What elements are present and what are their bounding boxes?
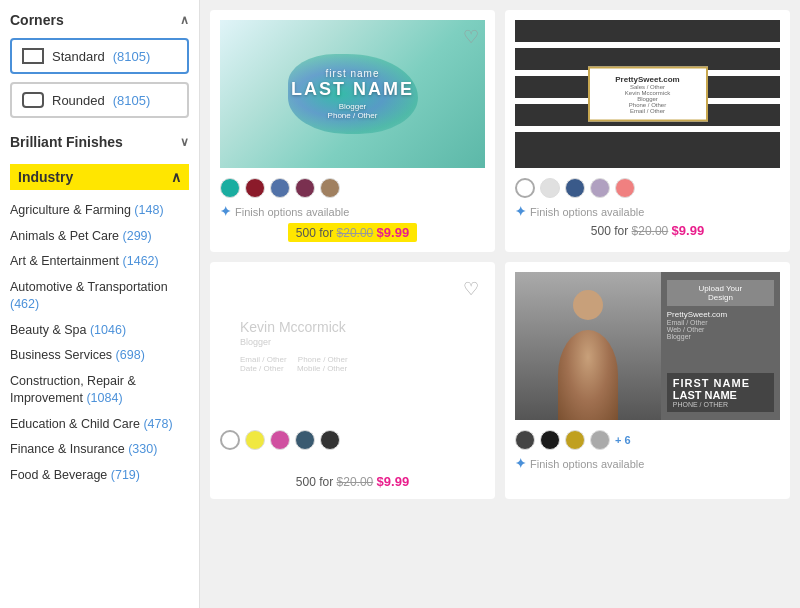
industry-list-item[interactable]: Automotive & Transportation (462): [10, 275, 189, 318]
card-4-web: Web / Other: [667, 326, 774, 333]
card-1-lastname: LAST NAME: [291, 79, 414, 100]
rounded-corner-option[interactable]: Rounded (8105): [10, 82, 189, 118]
card-4-bottom: FIRST NAME LAST NAME PHONE / OTHER: [667, 373, 774, 412]
swatch[interactable]: [565, 430, 585, 450]
industry-list-item[interactable]: Construction, Repair & Improvement (1084…: [10, 369, 189, 412]
card-1-text: first name LAST NAME BloggerPhone / Othe…: [291, 68, 414, 120]
card-4-upload-box: Upload YourDesign: [667, 280, 774, 306]
swatch[interactable]: [615, 178, 635, 198]
card-2-pricing: 500 for $20.00 $9.99: [515, 223, 780, 238]
industry-list-item[interactable]: Education & Child Care (478): [10, 412, 189, 438]
swatch[interactable]: [270, 430, 290, 450]
card-3-content: Kevin Mccormick Blogger Email / Other Ph…: [240, 319, 348, 373]
card-2-sale: $9.99: [672, 223, 705, 238]
corners-header[interactable]: Corners ∧: [10, 12, 189, 28]
industry-count: (462): [10, 297, 39, 311]
swatch-plus: + 6: [615, 434, 631, 446]
card-2-finish-text: Finish options available: [530, 206, 644, 218]
card-4-email: Email / Other: [667, 319, 774, 326]
rounded-corner-icon: [22, 92, 44, 108]
industry-list-item[interactable]: Business Services (698): [10, 343, 189, 369]
rounded-corner-label: Rounded: [52, 93, 105, 108]
swatch[interactable]: [565, 178, 585, 198]
industry-header[interactable]: Industry ∧: [10, 164, 189, 190]
swatch[interactable]: [320, 178, 340, 198]
swatch[interactable]: [540, 430, 560, 450]
card-4-phone: PHONE / OTHER: [673, 401, 768, 408]
card-2-box: PrettySweet.com Sales / Other Kevin Mcco…: [588, 67, 708, 122]
industry-list-item[interactable]: Food & Beverage (719): [10, 463, 189, 489]
card-4-image: Upload YourDesign PrettySweet.com Email …: [515, 272, 780, 420]
industry-count: (1084): [86, 391, 122, 405]
card-1-sale-price: $9.99: [377, 225, 410, 240]
brilliant-finishes-chevron: ∨: [180, 135, 189, 149]
card-4-right: Upload YourDesign PrettySweet.com Email …: [661, 272, 780, 420]
industry-list: Agriculture & Farming (148)Animals & Pet…: [10, 198, 189, 488]
card-2-bg: PrettySweet.com Sales / Other Kevin Mcco…: [515, 20, 780, 168]
card-3-image: ♡ Kevin Mccormick Blogger Email / Other …: [220, 272, 485, 420]
swatch[interactable]: [245, 430, 265, 450]
cards-grid: ♡ first name LAST NAME BloggerPhone / Ot…: [210, 10, 790, 499]
swatch[interactable]: [590, 430, 610, 450]
swatch[interactable]: [515, 430, 535, 450]
card-4-head: [573, 290, 603, 320]
card-2-image: PrettySweet.com Sales / Other Kevin Mcco…: [515, 20, 780, 168]
card-1-pricing: 500 for $20.00 $9.99: [220, 223, 485, 242]
industry-count: (1046): [90, 323, 126, 337]
swatch-outline[interactable]: [515, 178, 535, 198]
card-4-person: [558, 330, 618, 420]
swatch[interactable]: [245, 178, 265, 198]
card-1-swatches: [220, 178, 485, 198]
swatch[interactable]: [590, 178, 610, 198]
card-1-finish-label: ✦ Finish options available: [220, 204, 485, 219]
brilliant-finishes-label: Brilliant Finishes: [10, 134, 123, 150]
card-3-pricing: 500 for $20.00 $9.99: [220, 474, 485, 489]
card-2-finish-label: ✦ Finish options available: [515, 204, 780, 219]
swatch[interactable]: [220, 178, 240, 198]
card-1-heart[interactable]: ♡: [463, 26, 479, 48]
card-4-finish-text: Finish options available: [530, 458, 644, 470]
stripe-bottom: [515, 146, 780, 168]
standard-corner-label: Standard: [52, 49, 105, 64]
card-4-bg: Upload YourDesign PrettySweet.com Email …: [515, 272, 780, 420]
industry-list-item[interactable]: Beauty & Spa (1046): [10, 318, 189, 344]
industry-chevron: ∧: [171, 169, 181, 185]
industry-list-item[interactable]: Animals & Pet Care (299): [10, 224, 189, 250]
card-2-site: PrettySweet.com: [604, 75, 692, 84]
swatch[interactable]: [540, 178, 560, 198]
swatch-outline[interactable]: [220, 430, 240, 450]
card-3: ♡ Kevin Mccormick Blogger Email / Other …: [210, 262, 495, 499]
corners-label: Corners: [10, 12, 64, 28]
plus-icon: ✦: [220, 204, 231, 219]
card-3-heart[interactable]: ♡: [463, 278, 479, 300]
card-4-photo: [515, 272, 661, 420]
card-3-bg: Kevin Mccormick Blogger Email / Other Ph…: [220, 272, 485, 420]
swatch[interactable]: [295, 178, 315, 198]
industry-list-item[interactable]: Art & Entertainment (1462): [10, 249, 189, 275]
card-4-finish-label: ✦ Finish options available: [515, 456, 780, 471]
industry-count: (478): [143, 417, 172, 431]
card-2-swatches: [515, 178, 780, 198]
card-3-sale: $9.99: [377, 474, 410, 489]
standard-corner-option[interactable]: Standard (8105): [10, 38, 189, 74]
industry-list-item[interactable]: Finance & Insurance (330): [10, 437, 189, 463]
card-2-original: $20.00: [632, 224, 669, 238]
industry-list-item[interactable]: Agriculture & Farming (148): [10, 198, 189, 224]
card-3-title: Blogger: [240, 337, 348, 347]
card-1-image: ♡ first name LAST NAME BloggerPhone / Ot…: [220, 20, 485, 168]
swatch[interactable]: [320, 430, 340, 450]
corners-chevron: ∧: [180, 13, 189, 27]
standard-corner-count: (8105): [113, 49, 151, 64]
card-2-email: Email / Other: [604, 108, 692, 114]
swatch[interactable]: [295, 430, 315, 450]
industry-label: Industry: [18, 169, 73, 185]
corners-section: Corners ∧ Standard (8105) Rounded (8105): [10, 12, 189, 118]
card-3-info: Email / Other Phone / Other Date / Other…: [240, 355, 348, 373]
brilliant-finishes-header[interactable]: Brilliant Finishes ∨: [10, 134, 189, 150]
card-1-subtitle: BloggerPhone / Other: [291, 102, 414, 120]
card-4-firstname: FIRST NAME: [673, 377, 768, 389]
swatch[interactable]: [270, 178, 290, 198]
industry-count: (698): [116, 348, 145, 362]
card-3-original: $20.00: [337, 475, 374, 489]
card-3-swatches: [220, 430, 485, 450]
